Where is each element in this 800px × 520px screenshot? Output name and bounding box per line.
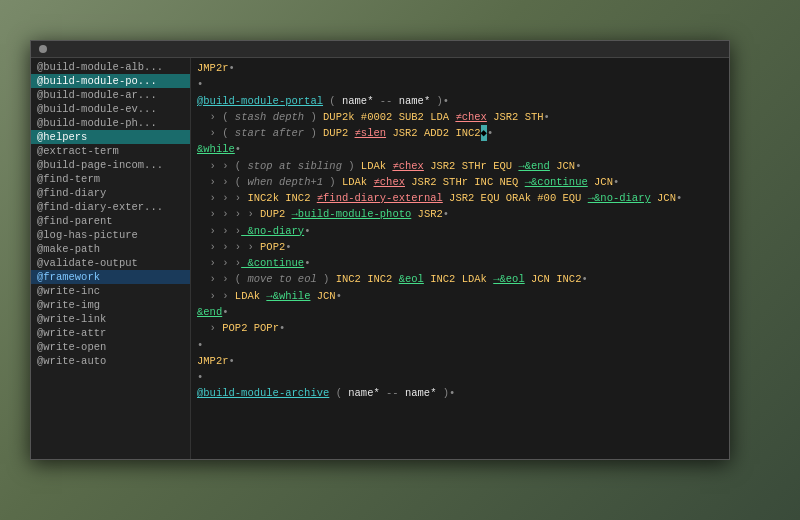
sidebar-item-20[interactable]: @write-open	[31, 340, 190, 354]
sidebar-item-18[interactable]: @write-link	[31, 312, 190, 326]
code-line: › › › › DUP2 →build-module-photo JSR2•	[195, 206, 725, 222]
sidebar-item-7[interactable]: @build-page-incom...	[31, 158, 190, 172]
sidebar-item-15[interactable]: @framework	[31, 270, 190, 284]
code-line: › ( stash depth ) DUP2k #0002 SUB2 LDA ≠…	[195, 109, 725, 125]
code-line: › POP2 POPr•	[195, 320, 725, 336]
sidebar-item-16[interactable]: @write-inc	[31, 284, 190, 298]
code-line: › › ( stop at sibling ) LDAk ≠chex JSR2 …	[195, 158, 725, 174]
sidebar-item-14[interactable]: @validate-output	[31, 256, 190, 270]
editor-body: @build-module-alb...@build-module-po...@…	[31, 58, 729, 459]
code-line: •	[195, 369, 725, 385]
code-line: › › ( move to eol ) INC2 INC2 &eol INC2 …	[195, 271, 725, 287]
sidebar-item-6[interactable]: @extract-term	[31, 144, 190, 158]
sidebar-item-19[interactable]: @write-attr	[31, 326, 190, 340]
sidebar: @build-module-alb...@build-module-po...@…	[31, 58, 191, 459]
code-line: &while•	[195, 141, 725, 157]
code-line: JMP2r•	[195, 353, 725, 369]
sidebar-item-4[interactable]: @build-module-ph...	[31, 116, 190, 130]
code-content: JMP2r••@build-module-portal ( name* -- n…	[191, 58, 729, 459]
sidebar-item-10[interactable]: @find-diary-exter...	[31, 200, 190, 214]
sidebar-item-11[interactable]: @find-parent	[31, 214, 190, 228]
title-bar	[31, 41, 729, 58]
code-line: › › › &continue•	[195, 255, 725, 271]
code-line: › › LDAk →&while JCN•	[195, 288, 725, 304]
sidebar-item-12[interactable]: @log-has-picture	[31, 228, 190, 242]
code-line: › › › › POP2•	[195, 239, 725, 255]
code-line: › › › INC2k INC2 ≠find-diary-external JS…	[195, 190, 725, 206]
code-line: › › › &no-diary•	[195, 223, 725, 239]
code-line: › ( start after ) DUP2 ≠slen JSR2 ADD2 I…	[195, 125, 725, 141]
code-line: › › ( when depth+1 ) LDAk ≠chex JSR2 STH…	[195, 174, 725, 190]
sidebar-item-13[interactable]: @make-path	[31, 242, 190, 256]
code-line: •	[195, 337, 725, 353]
sidebar-item-3[interactable]: @build-module-ev...	[31, 102, 190, 116]
sidebar-item-8[interactable]: @find-term	[31, 172, 190, 186]
sidebar-item-9[interactable]: @find-diary	[31, 186, 190, 200]
code-line: &end•	[195, 304, 725, 320]
sidebar-item-0[interactable]: @build-module-alb...	[31, 60, 190, 74]
sidebar-item-17[interactable]: @write-img	[31, 298, 190, 312]
sidebar-item-1[interactable]: @build-module-po...	[31, 74, 190, 88]
sidebar-item-21[interactable]: @write-auto	[31, 354, 190, 368]
code-line: @build-module-portal ( name* -- name* )•	[195, 93, 725, 109]
title-dot	[39, 45, 47, 53]
code-line: @build-module-archive ( name* -- name* )…	[195, 385, 725, 401]
code-line: JMP2r•	[195, 60, 725, 76]
sidebar-item-2[interactable]: @build-module-ar...	[31, 88, 190, 102]
sidebar-item-5[interactable]: @helpers	[31, 130, 190, 144]
code-line: •	[195, 76, 725, 92]
editor-window: @build-module-alb...@build-module-po...@…	[30, 40, 730, 460]
